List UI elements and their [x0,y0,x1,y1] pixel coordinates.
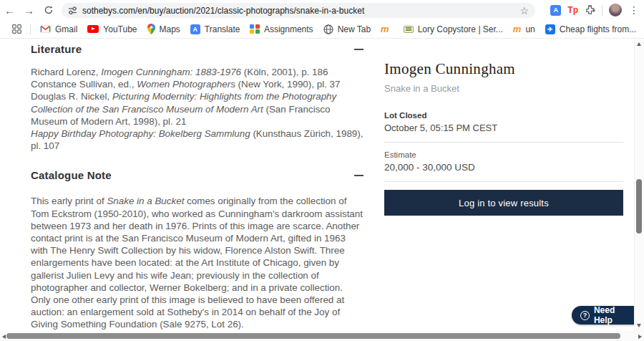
citation-text: Douglas R. Nickel, [31,91,112,102]
browser-toolbar: ← → sothebys.com/en/buy/auction/2021/cla… [0,0,644,20]
scroll-down-icon[interactable] [637,324,641,327]
scroll-right-icon[interactable] [638,335,642,339]
estimate-label: Estimate [384,150,623,159]
citation-text: Constance Sullivan, ed., [31,79,137,90]
bookmark-star-icon[interactable]: ☆ [519,5,529,16]
colored-grid-icon [250,24,260,34]
scroll-left-icon[interactable] [2,335,6,339]
question-mark-icon: ? [580,311,590,320]
lot-summary-sidebar: Imogen Cunningham Snake in a Bucket Lot … [384,60,623,216]
citation-title: Happy Birthday Photography: Bokelberg Sa… [31,128,250,139]
citation-text: (New York, 1990), pl. 37 [235,79,341,90]
toolbar-separator [602,5,602,16]
maps-pin-icon [147,24,155,34]
bookmark-moodle-1[interactable]: m [376,21,399,37]
bookmark-label: Lory Copystore | Ser... [418,24,503,34]
bookmark-label: Assignments [264,24,313,34]
bookmark-label: un [525,24,535,34]
collapse-icon[interactable] [354,170,364,180]
horizontal-scrollbar[interactable] [0,331,644,341]
bookmarks-separator [30,24,31,34]
literature-item: Happy Birthday Photography: Bokelberg Sa… [31,128,364,152]
extensions-puzzle-icon[interactable] [585,5,595,16]
divider [384,181,623,182]
bookmark-cheap-flights[interactable]: ✈ Cheap flights from... [540,21,641,37]
citation-text: (Köln, 2001), p. 186 [241,67,328,77]
literature-list: Richard Lorenz, Imogen Cunningham: 1883-… [31,66,364,152]
translate-extension-icon[interactable]: A [550,5,561,16]
document-icon [404,26,414,33]
literature-item: Constance Sullivan, ed., Women Photograp… [31,78,364,90]
literature-heading: Literature [31,43,82,55]
moodle-icon: m [381,24,389,34]
estimate-value: 20,000 - 30,000 USD [384,162,623,173]
note-text: comes originally from the collection of … [31,196,363,330]
menu-kebab-icon[interactable]: ⋮ [628,4,640,16]
catalogue-note-paragraph: This early print of Snake in a Bucket co… [31,195,364,330]
need-help-button[interactable]: ? Need Help [572,306,644,325]
bookmark-label: Translate [205,24,240,34]
bookmark-label: Cheap flights from... [560,24,636,34]
divider [384,142,623,143]
bookmark-youtube[interactable]: YouTube [82,21,142,37]
bookmark-translate[interactable]: A Translate [185,21,245,37]
browser-window: ← → sothebys.com/en/buy/auction/2021/cla… [0,0,644,341]
moodle-icon: m [513,24,522,34]
back-icon[interactable]: ← [0,0,19,20]
reload-glyph [44,5,54,15]
bookmark-label: Gmail [55,24,77,34]
flights-icon: ✈ [545,24,555,34]
forward-icon[interactable]: → [19,0,39,20]
horizontal-scrollbar-thumb[interactable] [6,333,620,339]
bookmarks-bar: Gmail YouTube Maps A Translate [0,20,644,39]
profile-avatar[interactable] [609,4,622,16]
toolbar-extensions: A Tp ⋮ [550,0,643,20]
need-help-label: Need Help [594,305,635,325]
translate-icon: A [190,24,200,34]
bookmark-label: New Tab [338,24,371,34]
citation-title: Imogen Cunningham: 1883-1976 [101,67,241,77]
bookmark-lory-copystore[interactable]: Lory Copystore | Ser... [399,21,508,37]
vertical-scrollbar[interactable] [634,39,644,331]
note-text: This early print of [31,196,107,206]
work-title: Snake in a Bucket [384,83,623,94]
catalogue-note-heading: Catalogue Note [31,169,112,181]
vertical-scrollbar-thumb[interactable] [636,179,642,234]
bookmark-assignments[interactable]: Assignments [245,21,318,37]
work-title-inline: Snake in a Bucket [107,196,184,206]
url-text[interactable]: sothebys.com/en/buy/auction/2021/classic… [82,6,364,16]
artist-name: Imogen Cunningham [384,60,623,78]
reload-icon[interactable] [39,0,58,20]
scroll-up-icon[interactable] [637,42,641,46]
gmail-icon [40,25,51,33]
literature-item: Richard Lorenz, Imogen Cunningham: 1883-… [31,66,364,78]
bookmark-new-tab[interactable]: New Tab [318,21,376,37]
site-settings-icon[interactable] [68,6,77,15]
literature-section-header: Literature [31,43,364,55]
catalogue-note-section-header: Catalogue Note [31,169,364,181]
collapse-icon[interactable] [354,44,364,54]
bookmark-label: Maps [160,24,180,34]
apps-grid-icon[interactable] [7,24,26,34]
literature-item: Douglas R. Nickel, Picturing Modernity: … [31,90,364,128]
login-to-view-results-button[interactable]: Log in to view results [384,190,623,216]
youtube-icon [87,25,99,33]
address-bar[interactable]: sothebys.com/en/buy/auction/2021/classic… [62,3,535,18]
bookmark-maps[interactable]: Maps [142,21,185,37]
tp-extension-icon[interactable]: Tp [567,5,578,15]
lot-closed-date: October 5, 05:15 PM CEST [384,123,623,133]
citation-text: Richard Lorenz, [31,67,101,77]
lot-details-column: Literature Richard Lorenz, Imogen Cunnin… [31,43,364,341]
globe-icon [323,24,333,34]
bookmark-moodle-2[interactable]: m un [508,21,540,37]
citation-title: Women Photographers [137,79,235,90]
lot-status-label: Lot Closed [384,111,623,120]
bookmark-gmail[interactable]: Gmail [35,21,82,37]
bookmark-label: YouTube [103,24,137,34]
